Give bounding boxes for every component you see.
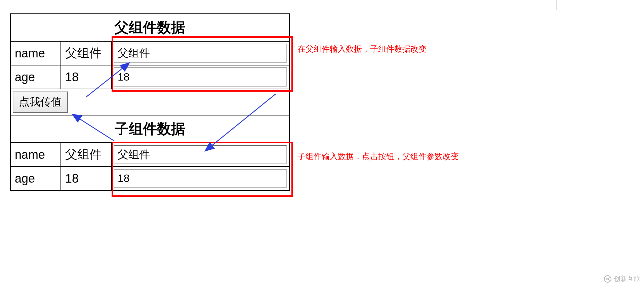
tables-container: 父组件数据 name 父组件 age 18 点我传值 子组件数据 name 父组 bbox=[10, 13, 290, 191]
child-age-value: 18 bbox=[61, 166, 111, 190]
annotation-child: 子组件输入数据，点击按钮，父组件参数改变 bbox=[297, 151, 459, 162]
watermark: 创新互联 bbox=[604, 274, 641, 283]
child-name-input[interactable] bbox=[114, 145, 287, 164]
parent-header: 父组件数据 bbox=[10, 14, 289, 41]
parent-table: 父组件数据 name 父组件 age 18 点我传值 子组件数据 name 父组 bbox=[10, 13, 290, 191]
annotation-parent: 在父组件输入数据，子组件数据改变 bbox=[297, 44, 427, 54]
parent-age-input[interactable] bbox=[114, 67, 287, 87]
watermark-icon bbox=[604, 275, 612, 283]
child-header: 子组件数据 bbox=[10, 115, 289, 143]
transfer-button[interactable]: 点我传值 bbox=[13, 91, 68, 113]
child-age-label: age bbox=[10, 166, 61, 190]
child-name-value: 父组件 bbox=[61, 143, 111, 166]
decorative-box bbox=[483, 0, 557, 10]
child-name-label: name bbox=[10, 143, 61, 166]
parent-name-input[interactable] bbox=[114, 44, 287, 63]
parent-age-value: 18 bbox=[61, 65, 111, 89]
parent-name-value: 父组件 bbox=[61, 41, 111, 65]
parent-name-label: name bbox=[10, 41, 61, 65]
parent-age-label: age bbox=[10, 65, 61, 89]
watermark-text: 创新互联 bbox=[614, 274, 641, 283]
child-age-input[interactable] bbox=[114, 169, 287, 188]
